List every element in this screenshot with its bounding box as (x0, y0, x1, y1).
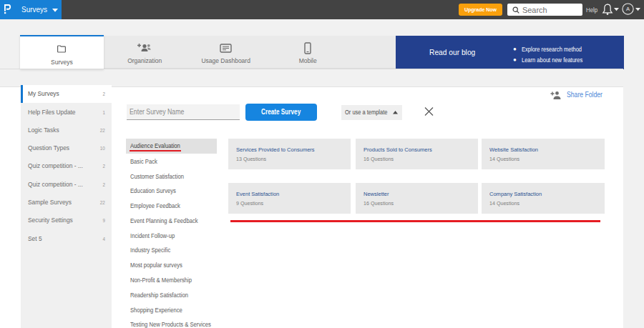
svg-text:A: A (626, 6, 630, 12)
